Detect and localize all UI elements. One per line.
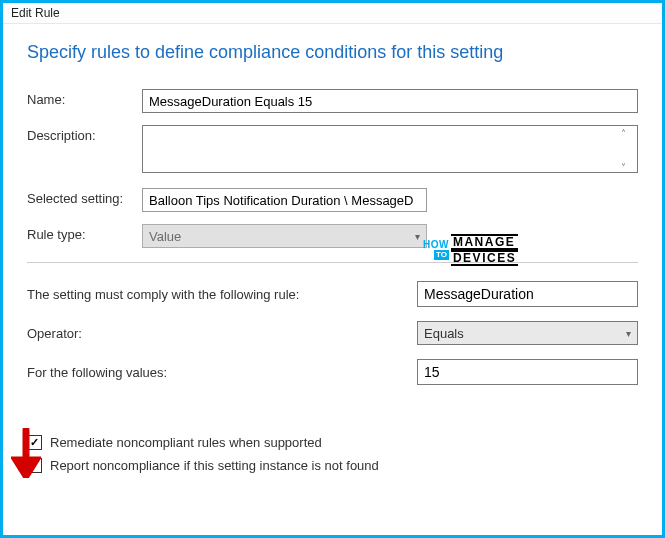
description-label: Description: [27, 125, 142, 143]
remediate-label: Remediate noncompliant rules when suppor… [50, 435, 322, 450]
chevron-down-icon: ▾ [626, 328, 631, 339]
report-row: Report noncompliance if this setting ins… [27, 458, 638, 473]
comply-label: The setting must comply with the followi… [27, 287, 417, 302]
values-label: For the following values: [27, 365, 417, 380]
logo-how: HOW [423, 240, 449, 250]
logo-devices: DEVICES [451, 250, 518, 266]
name-input[interactable] [142, 89, 638, 113]
rule-type-label: Rule type: [27, 224, 142, 242]
comply-input[interactable] [417, 281, 638, 307]
values-row: For the following values: [27, 359, 638, 385]
rule-type-select: Value ▾ [142, 224, 427, 248]
logo-manage: MANAGE [451, 234, 518, 250]
dialog-heading: Specify rules to define compliance condi… [27, 42, 638, 63]
rule-type-value: Value [149, 229, 181, 244]
operator-value: Equals [424, 326, 464, 341]
description-row: Description: ˄˅ [27, 125, 638, 176]
remediate-checkbox[interactable] [27, 435, 42, 450]
report-label: Report noncompliance if this setting ins… [50, 458, 379, 473]
operator-select[interactable]: Equals ▾ [417, 321, 638, 345]
selected-setting-input[interactable] [142, 188, 427, 212]
selected-setting-label: Selected setting: [27, 188, 142, 206]
rule-type-row: Rule type: Value ▾ [27, 224, 638, 248]
dialog-content: Specify rules to define compliance condi… [3, 24, 662, 489]
values-input[interactable] [417, 359, 638, 385]
window-title: Edit Rule [3, 3, 662, 24]
operator-label: Operator: [27, 326, 417, 341]
name-label: Name: [27, 89, 142, 107]
name-row: Name: [27, 89, 638, 113]
operator-row: Operator: Equals ▾ [27, 321, 638, 345]
remediate-row: Remediate noncompliant rules when suppor… [27, 435, 638, 450]
divider [27, 262, 638, 263]
chevron-down-icon: ▾ [415, 231, 420, 242]
selected-setting-row: Selected setting: [27, 188, 638, 212]
comply-row: The setting must comply with the followi… [27, 281, 638, 307]
report-checkbox[interactable] [27, 458, 42, 473]
description-input[interactable] [142, 125, 638, 173]
watermark-logo: HOW TO MANAGE DEVICES [423, 234, 518, 266]
logo-to: TO [434, 250, 449, 260]
